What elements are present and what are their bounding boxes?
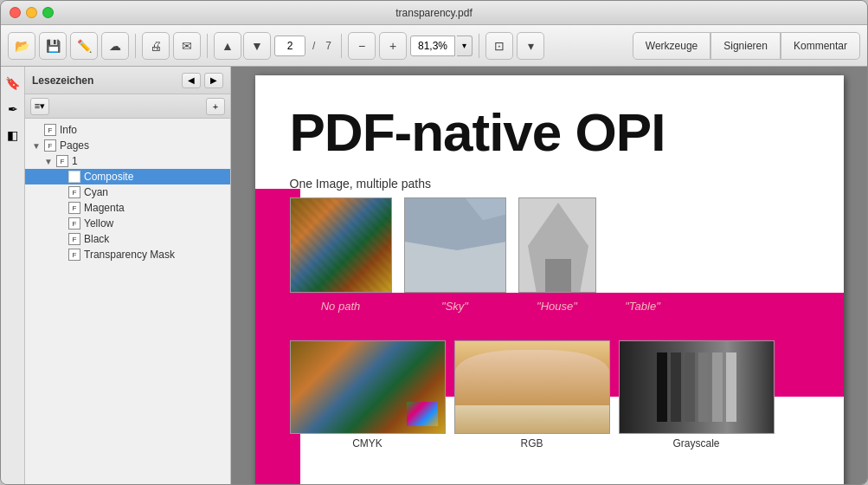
- annotation-icon[interactable]: ✒: [3, 100, 23, 119]
- signieren-button[interactable]: Signieren: [710, 32, 781, 60]
- page-input[interactable]: [274, 36, 305, 56]
- layers-icon[interactable]: ◧: [3, 126, 23, 145]
- sidebar-item-pages[interactable]: ▼ F Pages: [25, 138, 230, 153]
- zoom-dropdown-button[interactable]: ▾: [457, 36, 473, 56]
- svg-rect-2: [545, 259, 571, 293]
- bottom-label-grayscale: Grayscale: [672, 437, 719, 449]
- zoom-input[interactable]: [410, 36, 455, 56]
- separator-1: [135, 34, 136, 58]
- pdf-image-city: [290, 197, 392, 293]
- minimize-button[interactable]: [26, 7, 37, 18]
- pdf-image-sky: [404, 197, 506, 293]
- toolbar: 📂 💾 ✏️ ☁ 🖨 ✉ ▲ ▼ / 7 − + ▾ ⊡ ▾ Werkzeuge…: [1, 25, 867, 67]
- pdf-labels-row: No path "Sky" "House" "Table": [290, 296, 809, 316]
- open-button[interactable]: 📂: [8, 32, 35, 60]
- sidebar-collapse-button[interactable]: ◀: [182, 73, 201, 88]
- sidebar-title: Lesezeichen: [32, 74, 93, 87]
- tree-label-1: 1: [72, 155, 78, 167]
- edit-button[interactable]: ✏️: [70, 32, 98, 60]
- kommentar-button[interactable]: Kommentar: [781, 32, 860, 60]
- tree-label-transparency: Transparency Mask: [84, 249, 175, 261]
- zoom-control: ▾: [410, 36, 473, 56]
- sidebar: Lesezeichen ◀ ▶ ≡▾ + F Info: [25, 67, 231, 484]
- sidebar-expand-button[interactable]: ▶: [204, 73, 223, 88]
- separator-2: [207, 34, 208, 58]
- werkzeuge-button[interactable]: Werkzeuge: [633, 32, 710, 60]
- bottom-image-rgb: RGB: [454, 340, 610, 449]
- bottom-image-grayscale: Grayscale: [619, 340, 775, 449]
- bottom-img-rgb: [454, 340, 610, 434]
- sidebar-list-button[interactable]: ≡▾: [30, 98, 49, 115]
- separator-4: [479, 34, 479, 58]
- sidebar-content: F Info ▼ F Pages ▼ F 1: [25, 119, 230, 484]
- tree-icon-cyan: F: [68, 186, 80, 198]
- tree-label-yellow: Yellow: [84, 217, 113, 230]
- window-controls: [10, 7, 54, 18]
- sidebar-item-yellow[interactable]: F Yellow: [25, 216, 230, 231]
- tree-icon-magenta: F: [68, 202, 80, 214]
- sidebar-item-cyan[interactable]: F Cyan: [25, 184, 230, 200]
- print-button[interactable]: 🖨: [142, 32, 170, 60]
- sidebar-header-controls: ◀ ▶: [182, 73, 223, 88]
- right-buttons: Werkzeuge Signieren Kommentar: [633, 32, 860, 60]
- tree-arrow-composite: [56, 172, 68, 182]
- sidebar-item-info[interactable]: F Info: [25, 122, 230, 138]
- nav-controls: ▲ ▼: [214, 32, 271, 60]
- bottom-image-cmyk: CMYK: [290, 340, 446, 449]
- page-separator: /: [312, 40, 315, 52]
- tree-icon-1: F: [56, 155, 68, 167]
- pdf-title: PDF-native OPI: [290, 101, 809, 163]
- tree-arrow-transparency: [56, 250, 68, 260]
- tree-icon-transparency: F: [68, 249, 80, 261]
- mail-button[interactable]: ✉: [173, 32, 201, 60]
- sidebar-toolbar: ≡▾ +: [25, 94, 230, 119]
- sidebar-add-button[interactable]: +: [206, 98, 225, 115]
- zoom-out-button[interactable]: −: [348, 32, 376, 60]
- zoom-in-button[interactable]: +: [379, 32, 407, 60]
- tree-arrow-pages: ▼: [32, 141, 44, 151]
- label-house: "House": [518, 296, 596, 316]
- main-content: 🔖 ✒ ◧ Lesezeichen ◀ ▶ ≡▾ +: [1, 67, 867, 484]
- sidebar-item-magenta[interactable]: F Magenta: [25, 200, 230, 216]
- tree-icon-black: F: [68, 233, 80, 245]
- save-button[interactable]: 💾: [39, 32, 67, 60]
- tree-arrow-1: ▼: [44, 157, 56, 166]
- sidebar-header: Lesezeichen ◀ ▶: [25, 67, 230, 94]
- fit-button[interactable]: ⊡: [485, 32, 513, 60]
- sidebar-item-1[interactable]: ▼ F 1: [25, 153, 230, 169]
- separator-3: [341, 34, 342, 58]
- tree-icon-yellow: F: [68, 217, 80, 230]
- pdf-area[interactable]: PDF-native OPI One Image, multiple paths: [231, 67, 867, 484]
- tree-label-magenta: Magenta: [84, 202, 125, 214]
- pdf-page: PDF-native OPI One Image, multiple paths: [255, 75, 844, 484]
- bookmark-icon[interactable]: 🔖: [3, 74, 23, 93]
- titlebar: transparency.pdf: [1, 1, 867, 25]
- pdf-subtitle: One Image, multiple paths: [290, 177, 809, 191]
- tree-arrow-info: [32, 126, 44, 135]
- tree-arrow-yellow: [56, 219, 68, 229]
- nav-down-button[interactable]: ▼: [243, 32, 271, 60]
- view-options-button[interactable]: ▾: [517, 32, 544, 60]
- label-no-path: No path: [290, 296, 392, 316]
- page-total: 7: [325, 40, 331, 52]
- sidebar-item-black[interactable]: F Black: [25, 231, 230, 247]
- maximize-button[interactable]: [42, 7, 54, 18]
- pdf-bottom-images: CMYK RGB: [290, 340, 809, 449]
- tree-arrow-black: [56, 235, 68, 244]
- bottom-img-cmyk: [290, 340, 446, 434]
- left-icons-panel: 🔖 ✒ ◧: [1, 67, 25, 484]
- nav-up-button[interactable]: ▲: [214, 32, 241, 60]
- tree-label-black: Black: [84, 233, 109, 245]
- close-button[interactable]: [10, 7, 21, 18]
- sidebar-item-composite[interactable]: F Composite: [25, 169, 230, 184]
- tree-arrow-cyan: [56, 188, 68, 197]
- tree-label-composite: Composite: [84, 171, 133, 183]
- label-table: "Table": [608, 296, 678, 316]
- tree-icon-pages: F: [44, 139, 56, 152]
- pdf-image-house: [518, 197, 596, 293]
- cloud-button[interactable]: ☁: [101, 32, 129, 60]
- tree-icon-info: F: [44, 124, 56, 136]
- sidebar-item-transparency-mask[interactable]: F Transparency Mask: [25, 247, 230, 262]
- tree-icon-composite: F: [68, 171, 80, 183]
- tree-label-info: Info: [60, 124, 77, 136]
